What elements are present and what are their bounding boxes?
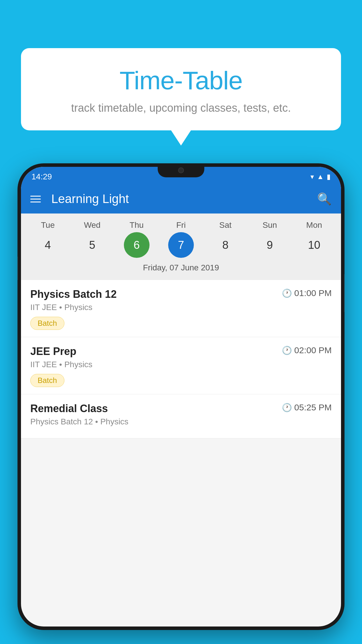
schedule-list: Physics Batch 12 🕐 01:00 PM IIT JEE • Ph… — [21, 280, 341, 438]
day-header-sat: Sat — [212, 220, 238, 230]
schedule-time-3: 🕐 05:25 PM — [282, 402, 332, 412]
wifi-icon: ▾ — [310, 173, 314, 181]
speech-bubble: Time-Table track timetable, upcoming cla… — [21, 48, 341, 130]
day-header-wed: Wed — [79, 220, 105, 230]
schedule-item-1-top: Physics Batch 12 🕐 01:00 PM — [30, 288, 332, 300]
menu-button[interactable] — [30, 196, 41, 202]
day-9[interactable]: 9 — [257, 232, 283, 258]
schedule-item-3: Remedial Class 🕐 05:25 PM Physics Batch … — [21, 394, 341, 438]
schedule-item-2-top: JEE Prep 🕐 02:00 PM — [30, 345, 332, 358]
schedule-subtitle-2: IIT JEE • Physics — [30, 360, 332, 369]
schedule-time-1: 🕐 01:00 PM — [282, 288, 332, 298]
bubble-title: Time-Table — [36, 66, 326, 95]
front-camera — [178, 167, 184, 173]
clock-icon-1: 🕐 — [282, 288, 292, 298]
power-button — [344, 274, 345, 312]
signal-icon: ▲ — [317, 173, 324, 181]
schedule-item-2: JEE Prep 🕐 02:00 PM IIT JEE • Physics Ba… — [21, 337, 341, 394]
day-7-selected[interactable]: 7 — [168, 232, 194, 258]
bubble-subtitle: track timetable, upcoming classes, tests… — [36, 102, 326, 114]
phone-frame: 14:29 ▾ ▲ ▮ Learning Light 🔍 — [17, 163, 345, 630]
day-numbers: 4 5 6 7 8 9 10 — [21, 232, 341, 258]
day-6-today[interactable]: 6 — [124, 232, 150, 258]
day-headers: Tue Wed Thu Fri Sat Sun Mon — [21, 220, 341, 230]
schedule-item-3-top: Remedial Class 🕐 05:25 PM — [30, 402, 332, 415]
schedule-time-value-1: 01:00 PM — [294, 288, 332, 298]
day-4[interactable]: 4 — [35, 232, 61, 258]
day-header-tue: Tue — [35, 220, 61, 230]
schedule-title-2: JEE Prep — [30, 345, 76, 358]
search-icon[interactable]: 🔍 — [317, 192, 332, 206]
day-5[interactable]: 5 — [79, 232, 105, 258]
day-header-sun: Sun — [257, 220, 283, 230]
batch-badge-2: Batch — [30, 374, 64, 387]
schedule-subtitle-3: Physics Batch 12 • Physics — [30, 417, 332, 426]
clock-icon-2: 🕐 — [282, 346, 292, 355]
phone-screen: 14:29 ▾ ▲ ▮ Learning Light 🔍 — [21, 167, 341, 626]
day-10[interactable]: 10 — [301, 232, 327, 258]
schedule-item-1: Physics Batch 12 🕐 01:00 PM IIT JEE • Ph… — [21, 280, 341, 337]
phone-notch — [158, 163, 204, 177]
day-header-thu: Thu — [124, 220, 150, 230]
schedule-time-value-2: 02:00 PM — [294, 345, 332, 355]
status-time: 14:29 — [31, 172, 52, 181]
clock-icon-3: 🕐 — [282, 403, 292, 412]
day-header-mon: Mon — [301, 220, 327, 230]
day-header-fri: Fri — [168, 220, 194, 230]
status-icons: ▾ ▲ ▮ — [310, 173, 331, 181]
day-8[interactable]: 8 — [212, 232, 238, 258]
schedule-title-1: Physics Batch 12 — [30, 288, 117, 300]
app-title: Learning Light — [51, 192, 309, 206]
schedule-title-3: Remedial Class — [30, 402, 108, 415]
schedule-time-2: 🕐 02:00 PM — [282, 345, 332, 355]
volume-button — [17, 257, 18, 280]
schedule-subtitle-1: IIT JEE • Physics — [30, 303, 332, 312]
selected-date-label: Friday, 07 June 2019 — [21, 261, 341, 278]
calendar-strip: Tue Wed Thu Fri Sat Sun Mon 4 5 6 7 8 9 … — [21, 214, 341, 280]
batch-badge-1: Batch — [30, 317, 64, 330]
battery-icon: ▮ — [327, 173, 331, 181]
phone-container: 14:29 ▾ ▲ ▮ Learning Light 🔍 — [17, 163, 345, 644]
app-bar: Learning Light 🔍 — [21, 184, 341, 214]
schedule-time-value-3: 05:25 PM — [294, 402, 332, 412]
